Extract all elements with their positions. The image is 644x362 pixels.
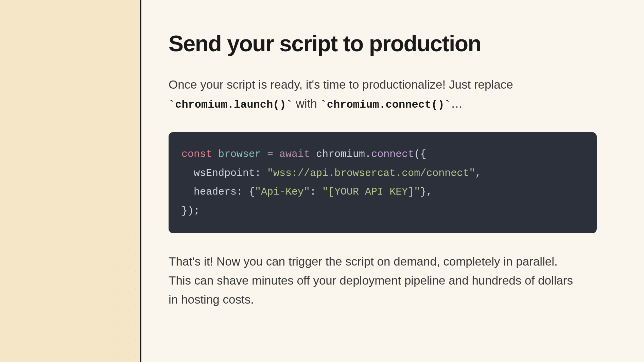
page-title: Send your script to production bbox=[169, 31, 617, 56]
decorative-sidebar bbox=[0, 0, 141, 362]
intro-text-1: Once your script is ready, it's time to … bbox=[169, 78, 513, 91]
code-line-3: headers: {"Api-Key": "[YOUR API KEY]"}, bbox=[181, 183, 584, 202]
code-open-paren: ({ bbox=[414, 148, 426, 160]
code-keyword-const: const bbox=[181, 148, 212, 160]
code-var-browser: browser bbox=[218, 148, 261, 160]
code-indent-3 bbox=[181, 186, 194, 198]
code-line-1: const browser = await chromium.connect({ bbox=[181, 145, 584, 164]
code-close-paren: }); bbox=[181, 205, 200, 217]
intro-text-3: … bbox=[451, 97, 463, 110]
code-block: const browser = await chromium.connect({… bbox=[169, 132, 597, 233]
intro-text-2: with bbox=[293, 97, 320, 110]
code-prop-headers: headers: { bbox=[194, 186, 255, 198]
code-obj-chromium: chromium. bbox=[310, 148, 371, 160]
code-op-eq: = bbox=[261, 148, 279, 160]
code-colon-3: : bbox=[310, 186, 322, 198]
code-string-url: "wss://api.browsercat.com/connect" bbox=[267, 167, 475, 179]
outro-paragraph: That's it! Now you can trigger the scrip… bbox=[169, 252, 576, 309]
code-string-apikey-label: "Api-Key" bbox=[255, 186, 310, 198]
code-close-brace-3: }, bbox=[420, 186, 432, 198]
code-indent-2 bbox=[181, 167, 194, 179]
code-line-2: wsEndpoint: "wss://api.browsercat.com/co… bbox=[181, 164, 584, 183]
inline-code-launch: `chromium.launch()` bbox=[169, 98, 293, 111]
code-keyword-await: await bbox=[279, 148, 310, 160]
intro-paragraph: Once your script is ready, it's time to … bbox=[169, 75, 576, 113]
inline-code-connect: `chromium.connect()` bbox=[320, 98, 451, 111]
code-comma-2: , bbox=[475, 167, 481, 179]
code-line-4: }); bbox=[181, 202, 584, 221]
code-string-apikey-value: "[YOUR API KEY]" bbox=[322, 186, 420, 198]
code-prop-wsendpoint: wsEndpoint: bbox=[194, 167, 267, 179]
code-method-connect: connect bbox=[371, 148, 414, 160]
main-content: Send your script to production Once your… bbox=[141, 0, 644, 362]
